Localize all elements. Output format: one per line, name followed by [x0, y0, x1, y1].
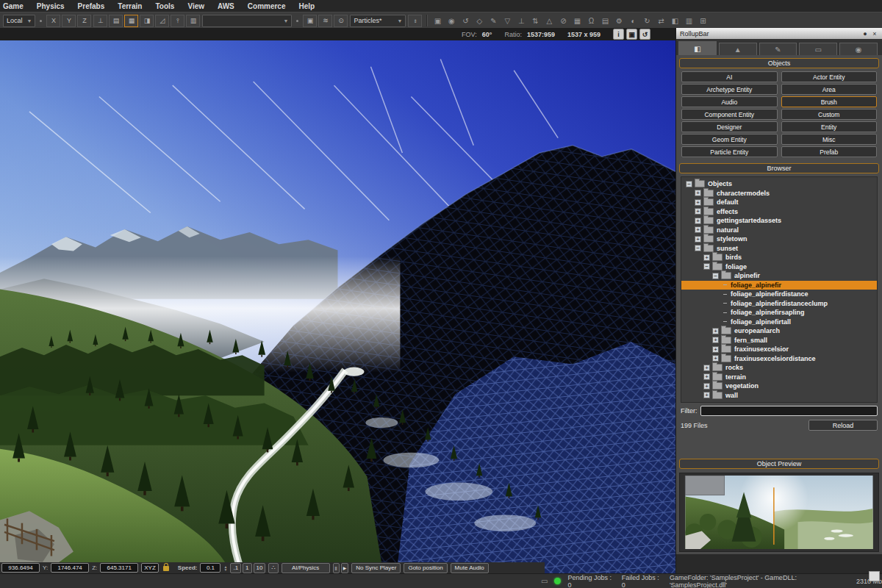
toolbar-icon[interactable]: ▦ — [124, 15, 138, 27]
toolbar-icon[interactable]: ↺ — [460, 17, 470, 25]
perspective-viewport[interactable]: FOV: 60° Ratio: 1537:959 1537 x 959 i▣↺ — [0, 28, 675, 573]
expand-box-icon[interactable]: + — [703, 392, 710, 398]
toolbar-icon[interactable]: △ — [544, 17, 554, 25]
tree-item-charactermodels[interactable]: +charactermodels — [681, 189, 877, 198]
toolbar-icon[interactable]: ✎ — [488, 17, 498, 25]
tree-item-effects[interactable]: +effects — [681, 207, 877, 217]
no-sync-player-button[interactable]: No Sync Player — [351, 563, 401, 573]
tree-item-wall[interactable]: +wall — [681, 391, 877, 401]
collapse-box-icon[interactable]: − — [695, 245, 701, 251]
object-type-button-archetype-entity[interactable]: Archetype Entity — [681, 84, 778, 95]
rollup-tab-1[interactable]: ◧ — [678, 41, 717, 55]
z-coordinate-field[interactable]: 645.3171 — [100, 563, 138, 573]
toolbar-icon[interactable]: ⚙ — [614, 17, 624, 25]
expand-box-icon[interactable]: + — [712, 337, 719, 343]
ai-physics-button[interactable]: AI/Physics — [282, 563, 330, 573]
object-selector[interactable]: ▼ — [202, 15, 292, 27]
tree-item-sunset[interactable]: −sunset — [681, 244, 877, 254]
object-type-button-particle-entity[interactable]: Particle Entity — [681, 146, 778, 157]
toolbar-icon[interactable]: ≋ — [318, 15, 332, 27]
expand-box-icon[interactable]: + — [695, 199, 701, 206]
tree-item-foliage-alpinefirsapling[interactable]: foliage_alpinefirsapling — [681, 308, 877, 318]
expand-box-icon[interactable]: + — [695, 226, 701, 233]
object-type-button-component-entity[interactable]: Component Entity — [681, 109, 778, 120]
tree-item-styletown[interactable]: +styletown — [681, 234, 877, 244]
viewport-scene[interactable] — [0, 40, 675, 573]
toolbar-icon[interactable]: ◉ — [446, 17, 456, 25]
toolbar-icon[interactable]: ▥ — [684, 17, 694, 25]
toolbar-icon[interactable]: ⊞ — [698, 17, 708, 25]
expand-box-icon[interactable]: + — [712, 346, 719, 353]
toolbar-icon[interactable]: ◇ — [474, 17, 484, 25]
speed-preset-button-10[interactable]: 10 — [254, 563, 266, 573]
pin-icon[interactable]: ● — [861, 30, 869, 37]
expand-box-icon[interactable]: + — [703, 383, 710, 390]
expand-box-icon[interactable]: + — [703, 254, 710, 261]
tree-item-foliage-alpinefirtall[interactable]: foliage_alpinefirtall — [681, 318, 877, 327]
tree-item-foliage-alpinefirdistance[interactable]: foliage_alpinefirdistance — [681, 290, 877, 299]
tree-item-rocks[interactable]: +rocks — [681, 363, 877, 373]
tree-item-vegetation[interactable]: +vegetation — [681, 381, 877, 391]
expand-box-icon[interactable]: + — [703, 365, 710, 371]
viewport-header-button[interactable]: ▣ — [626, 29, 637, 40]
expand-box-icon[interactable]: + — [695, 236, 701, 243]
tree-item-natural[interactable]: +natural — [681, 226, 877, 235]
tree-item-alpinefir[interactable]: −alpinefir — [681, 271, 877, 281]
menu-item-aws[interactable]: AWS — [218, 2, 234, 10]
tree-item-gettingstartedassets[interactable]: +gettingstartedassets — [681, 216, 877, 226]
pause-button[interactable]: || — [333, 563, 340, 573]
toolbar-icon[interactable]: ▣ — [303, 15, 317, 27]
rollup-tab-5[interactable]: ◉ — [839, 43, 878, 55]
object-type-button-designer[interactable]: Designer — [681, 121, 778, 132]
menu-item-physics[interactable]: Physics — [37, 2, 65, 10]
toolbar-icon[interactable]: ⊘ — [558, 17, 568, 25]
viewport-header-button[interactable]: ↺ — [639, 29, 650, 40]
object-type-button-brush[interactable]: Brush — [781, 96, 878, 107]
toolbar-icon[interactable]: ⊥ — [93, 15, 107, 27]
fov-value[interactable]: 60° — [482, 31, 492, 38]
collapse-box-icon[interactable]: − — [712, 273, 719, 279]
menu-item-help[interactable]: Help — [299, 2, 315, 10]
collapse-box-icon[interactable]: − — [703, 263, 710, 270]
browser-section-header[interactable]: Browser — [679, 163, 879, 173]
tree-item-foliage-alpinefir[interactable]: foliage_alpinefir — [681, 281, 877, 290]
tree-item-foliage[interactable]: −foliage — [681, 262, 877, 272]
toolbar-icon[interactable]: ▣ — [432, 17, 442, 25]
goto-position-button[interactable]: Goto position — [404, 563, 447, 573]
tree-item-birds[interactable]: +birds — [681, 253, 877, 262]
toolbar-icon[interactable]: ◿ — [155, 15, 169, 27]
expand-box-icon[interactable]: + — [695, 208, 701, 215]
object-type-button-prefab[interactable]: Prefab — [781, 146, 878, 157]
object-preview-header[interactable]: Object Preview — [679, 459, 879, 469]
close-icon[interactable]: × — [871, 30, 878, 37]
expand-box-icon[interactable]: + — [695, 218, 701, 224]
toolbar-icon[interactable]: ⇅ — [530, 17, 540, 25]
axis-button-x[interactable]: X — [46, 15, 60, 27]
rollup-tab-3[interactable]: ✎ — [759, 43, 797, 55]
rollup-tab-2[interactable]: ▲ — [719, 43, 757, 55]
particles-selector[interactable]: Particles* ▼ — [350, 15, 406, 27]
object-type-button-geom-entity[interactable]: Geom Entity — [681, 134, 778, 145]
toolbar-icon[interactable]: ▥ — [186, 15, 200, 27]
objects-section-header[interactable]: Objects — [679, 58, 879, 68]
lock-icon[interactable] — [163, 566, 169, 571]
axis-button-y[interactable]: Y — [62, 15, 76, 27]
menu-item-commerce[interactable]: Commerce — [248, 2, 286, 10]
speed-spinner[interactable]: ▲▼ — [223, 565, 227, 571]
particles-scroll-button[interactable]: ⇕ — [408, 15, 422, 27]
people-icon[interactable]: ∴ — [268, 563, 278, 573]
menu-item-game[interactable]: Game — [3, 2, 24, 10]
tree-item-fraxinusexcelsiordistance[interactable]: +fraxinusexcelsiordistance — [681, 354, 877, 364]
toolbar-icon[interactable]: ▽ — [502, 17, 512, 25]
toolbar-icon[interactable]: ◐ — [628, 17, 638, 25]
xyz-toggle[interactable]: XYZ — [141, 563, 159, 573]
reference-space-selector[interactable]: Local ▼ — [3, 15, 35, 27]
toolbar-icon[interactable]: Ω — [586, 17, 596, 25]
object-type-button-misc[interactable]: Misc — [781, 134, 878, 145]
tree-item-terrain[interactable]: +terrain — [681, 373, 877, 382]
toolbar-icon[interactable]: ▦ — [572, 17, 582, 25]
filter-input[interactable] — [700, 406, 878, 416]
mute-audio-button[interactable]: Mute Audio — [451, 563, 489, 573]
viewport-header-button[interactable]: i — [613, 29, 624, 40]
step-button[interactable]: ▶ — [341, 563, 349, 573]
